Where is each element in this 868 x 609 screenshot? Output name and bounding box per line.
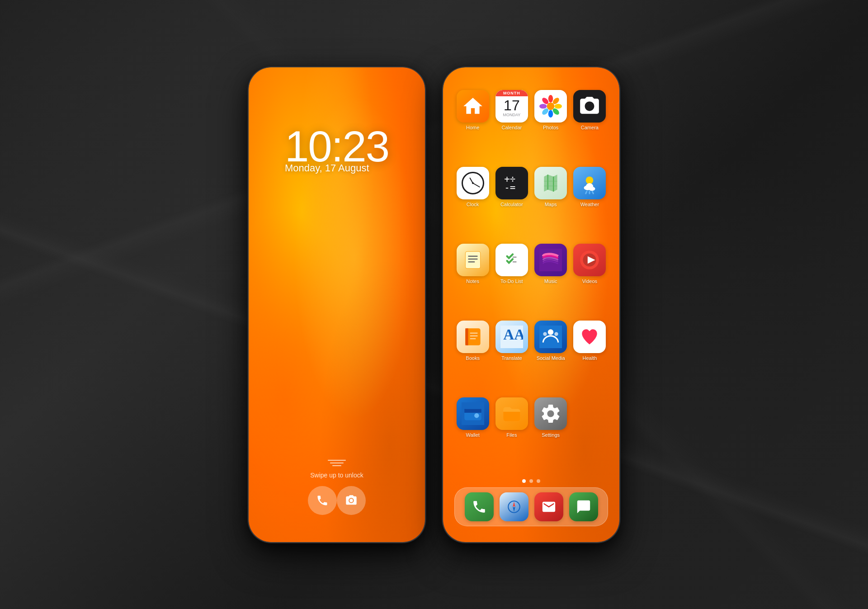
music-label: Music xyxy=(544,279,557,284)
health-label: Health xyxy=(582,355,597,361)
svg-point-34 xyxy=(543,332,547,336)
dock-phone[interactable] xyxy=(465,492,494,521)
page-dot-3[interactable] xyxy=(537,479,540,483)
maps-icon xyxy=(534,167,567,199)
dock-phone-icon xyxy=(465,492,494,521)
translate-icon: AA xyxy=(495,321,528,353)
page-dot-2[interactable] xyxy=(529,479,533,483)
maps-label: Maps xyxy=(545,202,557,207)
bottom-dock xyxy=(454,487,608,526)
svg-marker-44 xyxy=(513,507,515,512)
lock-camera-button[interactable] xyxy=(337,486,366,515)
dock-compass[interactable] xyxy=(500,492,528,521)
app-health[interactable]: Health xyxy=(571,321,608,393)
calculator-label: Calculator xyxy=(500,202,523,207)
phone-right: Home MONTH 17 MONDAY Calendar xyxy=(443,67,619,542)
home-label: Home xyxy=(466,125,479,130)
books-icon xyxy=(457,321,489,353)
svg-point-0 xyxy=(547,102,555,110)
app-social[interactable]: Social Media xyxy=(533,321,569,393)
swipe-text: Swipe up to unlock xyxy=(310,472,363,479)
svg-point-40 xyxy=(474,413,479,418)
svg-text:AA: AA xyxy=(503,326,523,343)
dock-mail[interactable] xyxy=(534,492,563,521)
calculator-icon: +÷ -= xyxy=(495,167,528,199)
notes-icon xyxy=(457,244,489,276)
svg-point-5 xyxy=(548,110,553,118)
health-icon xyxy=(573,321,606,353)
app-files[interactable]: Files xyxy=(493,397,530,470)
svg-rect-26 xyxy=(465,328,468,345)
photos-label: Photos xyxy=(543,125,558,130)
photos-icon xyxy=(534,90,567,123)
files-icon xyxy=(495,397,528,430)
calendar-label: Calendar xyxy=(502,125,522,130)
app-videos[interactable]: Videos xyxy=(571,244,608,316)
lock-phone-button[interactable] xyxy=(308,486,337,515)
app-clock[interactable]: Clock xyxy=(454,167,491,239)
dock-mail-icon xyxy=(534,492,563,521)
todo-label: To-Do List xyxy=(500,279,523,284)
weather-icon xyxy=(573,167,606,199)
home-icon xyxy=(457,90,489,123)
svg-point-11 xyxy=(586,176,594,184)
settings-label: Settings xyxy=(542,432,560,438)
clock-app-icon xyxy=(457,167,489,199)
dock-compass-icon xyxy=(500,492,528,521)
swipe-line-3 xyxy=(332,465,341,466)
phone-icon xyxy=(316,494,329,507)
app-weather[interactable]: Weather xyxy=(571,167,608,239)
page-dot-1[interactable] xyxy=(522,479,526,483)
app-music[interactable]: Music xyxy=(533,244,569,316)
app-camera[interactable]: Camera xyxy=(571,90,608,162)
phone-left: 10:23 Monday, 17 August Swipe up to unlo… xyxy=(249,67,425,542)
page-dots xyxy=(452,475,610,487)
app-calendar[interactable]: MONTH 17 MONDAY Calendar xyxy=(493,90,530,162)
swipe-indicator: Swipe up to unlock xyxy=(310,460,363,479)
svg-rect-32 xyxy=(539,326,562,348)
wallet-label: Wallet xyxy=(466,432,480,438)
app-photos[interactable]: Photos xyxy=(533,90,569,162)
svg-point-13 xyxy=(589,187,595,191)
app-maps[interactable]: Maps xyxy=(533,167,569,239)
svg-rect-14 xyxy=(465,251,480,269)
svg-point-1 xyxy=(548,95,553,103)
home-screen: Home MONTH 17 MONDAY Calendar xyxy=(443,67,619,542)
svg-point-35 xyxy=(554,332,558,336)
swipe-lines xyxy=(328,460,346,466)
camera-label: Camera xyxy=(581,125,599,130)
videos-label: Videos xyxy=(582,279,597,284)
notes-label: Notes xyxy=(466,279,479,284)
wallet-icon xyxy=(457,397,489,430)
social-icon xyxy=(534,321,567,353)
dock-messages-icon xyxy=(569,492,598,521)
svg-point-7 xyxy=(539,104,547,108)
files-label: Files xyxy=(506,432,517,438)
svg-rect-39 xyxy=(464,409,481,413)
lock-screen-content: 10:23 Monday, 17 August Swipe up to unlo… xyxy=(249,67,425,542)
clock-label: Clock xyxy=(467,202,479,207)
app-translate[interactable]: AA Translate xyxy=(493,321,530,393)
app-settings[interactable]: Settings xyxy=(533,397,569,470)
settings-icon xyxy=(534,397,567,430)
social-label: Social Media xyxy=(537,355,565,361)
dock-messages[interactable] xyxy=(569,492,598,521)
app-wallet[interactable]: Wallet xyxy=(454,397,491,470)
app-todo[interactable]: To-Do List xyxy=(493,244,530,316)
app-books[interactable]: Books xyxy=(454,321,491,393)
app-notes[interactable]: Notes xyxy=(454,244,491,316)
app-calculator[interactable]: +÷ -= Calculator xyxy=(493,167,530,239)
music-icon xyxy=(534,244,567,276)
lock-time-area: 10:23 Monday, 17 August xyxy=(285,122,389,174)
swipe-line-2 xyxy=(330,463,344,463)
calendar-icon: MONTH 17 MONDAY xyxy=(495,90,528,123)
books-label: Books xyxy=(466,355,480,361)
svg-text:-=: -= xyxy=(504,182,515,193)
app-grid: Home MONTH 17 MONDAY Calendar xyxy=(452,85,610,475)
todo-icon xyxy=(495,244,528,276)
app-home[interactable]: Home xyxy=(454,90,491,162)
svg-point-33 xyxy=(548,329,554,335)
camera-app-icon xyxy=(573,90,606,123)
swipe-line-1 xyxy=(328,460,346,461)
camera-icon xyxy=(345,494,358,507)
